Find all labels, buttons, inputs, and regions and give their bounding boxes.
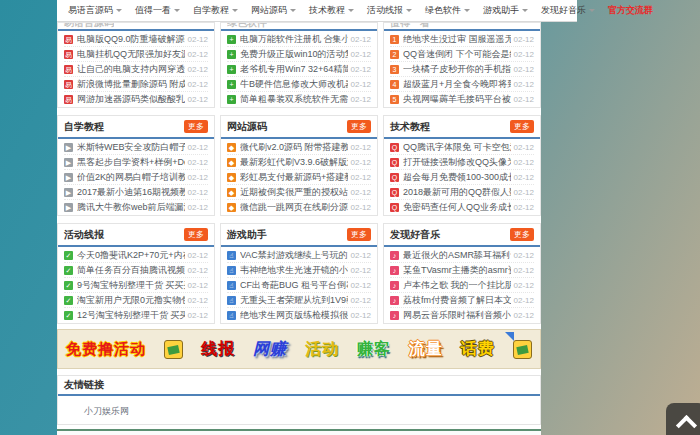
item-title[interactable]: CF出奇葩BUG 租号平台倒霉了: [240, 279, 348, 292]
banner-word[interactable]: 免费撸活动: [66, 340, 146, 359]
more-button[interactable]: 更多: [510, 228, 534, 241]
list-item[interactable]: 3一块橘子皮秒开你的手机指纹锁02-12: [390, 62, 534, 77]
item-title[interactable]: 电脑挂机QQ无限强加好友源码: [77, 48, 185, 61]
item-title[interactable]: 黑客起步自学资料+样例+Demo: [77, 156, 185, 169]
list-item[interactable]: ☝VAC禁封游戏继续上号玩的方法02-12: [227, 248, 371, 263]
back-to-top-button[interactable]: [666, 403, 700, 435]
list-item[interactable]: ◆微代刷v2.0源码 附带搭建教程02-12: [227, 140, 371, 155]
banner-word[interactable]: 话费: [461, 339, 495, 360]
item-title[interactable]: QQ音速倒闭 下个可能会是红钻: [403, 48, 511, 61]
item-title[interactable]: 荔枝fm付费音频了解日本文化界: [403, 294, 511, 307]
item-title[interactable]: 微信跳一跳网页在线刷分源码: [240, 201, 348, 214]
item-title[interactable]: 某鱼TVasmr主播类的asmr资源: [403, 264, 511, 277]
banner-word[interactable]: 流量: [409, 339, 443, 360]
list-item[interactable]: +牛B硬件信息修改大师改机器码02-12: [227, 77, 371, 92]
list-item[interactable]: Q打开链接强制修改QQ头像为狗02-12: [390, 155, 534, 170]
list-item[interactable]: ▶黑客起步自学资料+样例+Demo02-12: [64, 155, 208, 170]
list-item[interactable]: 易电脑版QQ9.0防重墙破解源码02-12: [64, 32, 208, 47]
list-item[interactable]: ♪最近很火的ASMR舔耳福利音乐02-12: [390, 248, 534, 263]
item-title[interactable]: 超会每月免费领100-300成长值: [403, 171, 511, 184]
list-item[interactable]: ☝无重头王者荣耀从坑到1V9教程02-12: [227, 293, 371, 308]
list-item[interactable]: ☝CF出奇葩BUG 租号平台倒霉了02-12: [227, 278, 371, 293]
more-button[interactable]: 更多: [184, 228, 208, 241]
list-item[interactable]: ▶米斯特WEB安全攻防白帽子培训篇02-12: [64, 140, 208, 155]
list-item[interactable]: 易电脑挂机QQ无限强加好友源码02-12: [64, 47, 208, 62]
list-item[interactable]: 易新浪微博批量删除源码 附成品02-12: [64, 77, 208, 92]
nav-item-worth-a-look[interactable]: 值得一看: [135, 4, 180, 17]
item-title[interactable]: 韦神绝地求生光速开镜的小技巧: [240, 264, 348, 277]
item-title[interactable]: 微代刷v2.0源码 附带搭建教程: [240, 141, 348, 154]
list-item[interactable]: ♪某鱼TVasmr主播类的asmr资源02-12: [390, 263, 534, 278]
item-title[interactable]: 网易云音乐限时福利音频小段子: [403, 309, 511, 322]
item-title[interactable]: 老爷机专用Win7 32+64精简版: [240, 63, 348, 76]
list-item[interactable]: +老爷机专用Win7 32+64精简版02-12: [227, 62, 371, 77]
list-item[interactable]: ◆微信跳一跳网页在线刷分源码02-12: [227, 200, 371, 214]
item-title[interactable]: 最近很火的ASMR舔耳福利音乐: [403, 249, 511, 262]
nav-item-good-music[interactable]: 发现好音乐: [541, 4, 595, 17]
item-title[interactable]: 2018最新可用的QQ群假人数据: [403, 186, 511, 199]
item-title[interactable]: 免密码查任何人QQ业务成长值: [403, 201, 511, 214]
list-item[interactable]: ◆彩虹易支付最新源码+搭建教程02-12: [227, 170, 371, 185]
list-item[interactable]: ☝韦神绝地求生光速开镜的小技巧02-12: [227, 263, 371, 278]
item-title[interactable]: 央视网曝薅羊毛接码平台被封: [403, 93, 511, 106]
list-item[interactable]: ♪网易云音乐限时福利音频小段子02-12: [390, 308, 534, 322]
list-item[interactable]: 2QQ音速倒闭 下个可能会是红钻02-12: [390, 47, 534, 62]
item-title[interactable]: 淘宝新用户无限0元撸实物包邮: [77, 294, 185, 307]
list-item[interactable]: QQQ腾讯字体限免 可卡空包消息02-12: [390, 140, 534, 155]
banner-word[interactable]: 赚客: [357, 339, 391, 360]
item-title[interactable]: 最新彩虹代刷V3.9.6破解版源码: [240, 156, 348, 169]
nav-item-web-source[interactable]: 网站源码: [251, 4, 296, 17]
nav-item-activity-tips[interactable]: 活动线报: [367, 4, 412, 17]
list-item[interactable]: +电脑万能软件注册机 合集小工具02-12: [227, 32, 371, 47]
item-title[interactable]: 超级蓝月+月全食今晚即将到来: [403, 78, 511, 91]
item-title[interactable]: 简单粗暴装双系统软件无需U盘: [240, 93, 348, 106]
item-title[interactable]: 一块橘子皮秒开你的手机指纹锁: [403, 63, 511, 76]
list-item[interactable]: ✓淘宝新用户无限0元撸实物包邮02-12: [64, 293, 208, 308]
list-item[interactable]: ✓12号淘宝特别整理干货 买买买02-12: [64, 308, 208, 322]
list-item[interactable]: ✓9号淘宝特别整理干货 买买买！02-12: [64, 278, 208, 293]
nav-item-self-study[interactable]: 自学教程: [193, 4, 238, 17]
list-item[interactable]: 1绝地求生没过审 国服遥遥无期02-12: [390, 32, 534, 47]
list-item[interactable]: ▶腾讯大牛教你web前后端漏洞分析02-12: [64, 200, 208, 214]
ad-banner[interactable]: 免费撸活动 线报 网赚 活动 赚客 流量 话费: [57, 329, 541, 369]
item-title[interactable]: VAC禁封游戏继续上号玩的方法: [240, 249, 348, 262]
item-title[interactable]: 绝地求生网页版练枪模拟很实用: [240, 309, 348, 322]
item-title[interactable]: 绝地求生没过审 国服遥遥无期: [403, 33, 511, 46]
item-title[interactable]: 2017最新小迪第16期视频教程: [77, 186, 185, 199]
list-item[interactable]: ♪荔枝fm付费音频了解日本文化界02-12: [390, 293, 534, 308]
item-title[interactable]: 新浪微博批量删除源码 附成品: [77, 78, 185, 91]
item-title[interactable]: 网游加速器源码类似酸酸乳sstap: [77, 93, 185, 106]
list-item[interactable]: ◆最新彩虹代刷V3.9.6破解版源码02-12: [227, 155, 371, 170]
list-item[interactable]: +简单粗暴装双系统软件无需U盘02-12: [227, 92, 371, 106]
more-button[interactable]: 更多: [347, 120, 371, 133]
item-title[interactable]: 彩虹易支付最新源码+搭建教程: [240, 171, 348, 184]
list-item[interactable]: ☝绝地求生网页版练枪模拟很实用02-12: [227, 308, 371, 322]
list-item[interactable]: ▶2017最新小迪第16期视频教程02-12: [64, 185, 208, 200]
item-title[interactable]: 价值2K的网易白帽子培训教程: [77, 171, 185, 184]
list-item[interactable]: 5央视网曝薅羊毛接码平台被封02-12: [390, 92, 534, 106]
list-item[interactable]: ▶价值2K的网易白帽子培训教程02-12: [64, 170, 208, 185]
item-title[interactable]: QQ腾讯字体限免 可卡空包消息: [403, 141, 511, 154]
list-item[interactable]: ♪卢本伟之歌 我的一个挂比朋友02-12: [390, 278, 534, 293]
item-title[interactable]: 电脑版QQ9.0防重墙破解源码: [77, 33, 185, 46]
banner-word[interactable]: 网赚: [253, 339, 287, 360]
nav-item-green-software[interactable]: 绿色软件: [425, 4, 470, 17]
item-title[interactable]: 电脑万能软件注册机 合集小工具: [240, 33, 348, 46]
list-item[interactable]: ✓今天0撸斐讯K2P+70元+内存卡02-12: [64, 248, 208, 263]
item-title[interactable]: 简单任务百分百抽腾讯视频VIP: [77, 264, 185, 277]
list-item[interactable]: 4超级蓝月+月全食今晚即将到来02-12: [390, 77, 534, 92]
nav-item-official-qq-group[interactable]: 官方交流群: [608, 4, 653, 17]
list-item[interactable]: Q免密码查任何人QQ业务成长值02-12: [390, 200, 534, 214]
item-title[interactable]: 米斯特WEB安全攻防白帽子培训篇: [77, 141, 185, 154]
list-item[interactable]: 易网游加速器源码类似酸酸乳sstap02-12: [64, 92, 208, 106]
banner-word[interactable]: 线报: [201, 339, 235, 360]
list-item[interactable]: ✓简单任务百分百抽腾讯视频VIP02-12: [64, 263, 208, 278]
item-title[interactable]: 无重头王者荣耀从坑到1V9教程: [240, 294, 348, 307]
item-title[interactable]: 牛B硬件信息修改大师改机器码: [240, 78, 348, 91]
list-item[interactable]: Q超会每月免费领100-300成长值02-12: [390, 170, 534, 185]
more-button[interactable]: 更多: [347, 228, 371, 241]
nav-item-game-helper[interactable]: 游戏助手: [483, 4, 528, 17]
list-item[interactable]: ◆近期被倒卖很严重的授权站源码02-12: [227, 185, 371, 200]
more-button[interactable]: 更多: [184, 120, 208, 133]
item-title[interactable]: 腾讯大牛教你web前后端漏洞分析: [77, 201, 185, 214]
